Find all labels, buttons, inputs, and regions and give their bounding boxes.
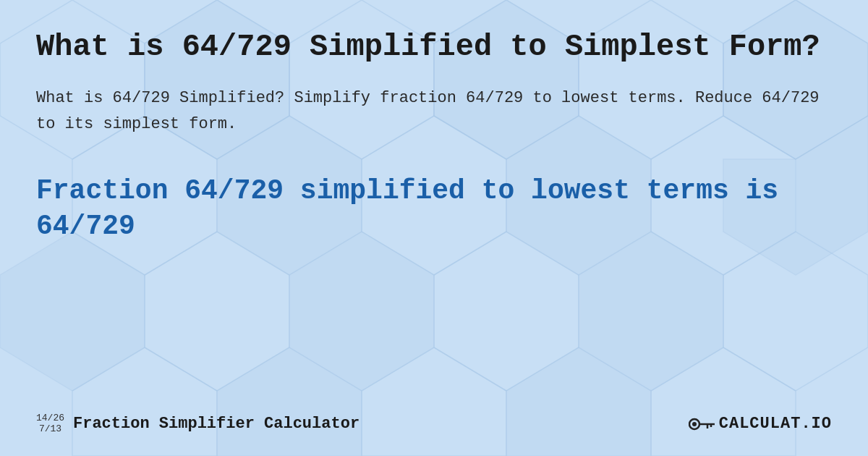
- fraction-top: 14/26: [36, 413, 64, 423]
- footer-fraction: 14/26 7/13: [36, 413, 64, 434]
- footer-label: Fraction Simplifier Calculator: [73, 415, 359, 433]
- logo-icon: [689, 414, 715, 434]
- svg-point-28: [692, 422, 697, 426]
- page-description: What is 64/729 Simplified? Simplify frac…: [36, 85, 832, 136]
- footer: 14/26 7/13 Fraction Simplifier Calculato…: [36, 399, 832, 434]
- footer-logo: CALCULAT.IO: [689, 414, 832, 434]
- page-title: What is 64/729 Simplified to Simplest Fo…: [36, 29, 832, 65]
- result-section: Fraction 64/729 simplified to lowest ter…: [36, 173, 832, 400]
- fraction-bottom: 7/13: [39, 424, 61, 434]
- result-text: Fraction 64/729 simplified to lowest ter…: [36, 173, 832, 245]
- logo-text: CALCULAT.IO: [719, 415, 832, 433]
